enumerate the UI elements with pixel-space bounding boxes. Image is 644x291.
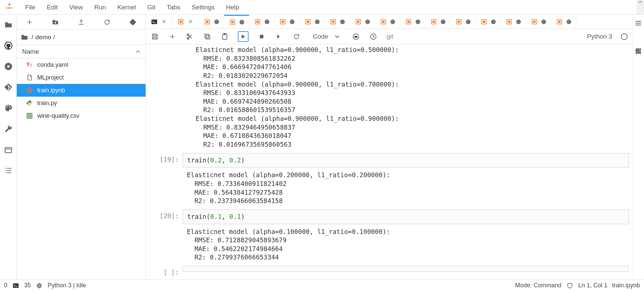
menu-help[interactable]: Help — [220, 2, 245, 13]
status-bar: 0 35 Python 3 | Idle Mode: Command Ln 1,… — [0, 280, 644, 291]
schedule-icon[interactable] — [369, 32, 378, 41]
save-button[interactable] — [151, 32, 159, 41]
tab[interactable] — [249, 15, 274, 29]
tab[interactable] — [526, 15, 551, 29]
insert-cell-button[interactable] — [168, 32, 177, 41]
tab[interactable] — [274, 15, 300, 29]
restart-kernel-button[interactable] — [275, 32, 283, 41]
notebook-icon — [556, 18, 563, 26]
tab[interactable] — [551, 15, 576, 29]
svg-point-0 — [8, 3, 10, 5]
cell-input[interactable] — [183, 266, 629, 272]
git-label[interactable]: git — [386, 33, 393, 40]
tab[interactable] — [425, 15, 450, 29]
github-icon[interactable] — [4, 41, 13, 50]
svg-rect-4 — [5, 148, 12, 153]
tab[interactable] — [224, 15, 249, 29]
kernel-status-icon[interactable] — [621, 33, 628, 40]
git-icon[interactable] — [4, 83, 13, 92]
menu-kernel[interactable]: Kernel — [112, 2, 142, 13]
kernel-name[interactable]: Python 3 — [587, 33, 612, 40]
terminal-icon[interactable] — [12, 282, 19, 289]
cell-input[interactable]: train(0.1, 0.1) — [183, 209, 629, 224]
cell-input[interactable]: train(0.2, 0.2) — [183, 153, 629, 168]
main-content: Code git Python 3 Elasticnet model (alph… — [146, 15, 633, 280]
unsaved-dot-icon — [516, 19, 521, 24]
new-folder-button[interactable] — [50, 16, 61, 28]
tab[interactable] — [375, 15, 400, 29]
notebook-icon — [455, 18, 463, 26]
tab[interactable] — [146, 15, 172, 29]
close-icon[interactable] — [161, 19, 167, 25]
tab[interactable] — [300, 15, 325, 29]
notebook-body[interactable]: Elasticnet model (alpha=0.900000, l1_rat… — [146, 44, 632, 280]
cell-prompt: [ ]: — [149, 266, 183, 276]
svg-rect-51 — [38, 284, 41, 287]
status-line[interactable]: Ln 1, Col 1 — [578, 282, 607, 289]
breadcrumb-item[interactable]: demo — [35, 34, 51, 41]
tab[interactable] — [476, 15, 501, 29]
menu-icon[interactable] — [634, 19, 643, 28]
tab[interactable] — [350, 15, 375, 29]
upload-button[interactable] — [75, 16, 87, 28]
cell-type-select[interactable]: Code — [310, 32, 343, 41]
cell-output: Elasticnet model (alpha=0.100000, l1_rat… — [183, 226, 629, 263]
close-icon[interactable] — [188, 19, 194, 25]
wrench-icon[interactable] — [4, 124, 13, 134]
menu-git[interactable]: Git — [142, 2, 161, 13]
menu-run[interactable]: Run — [89, 2, 112, 13]
notebook-icon — [329, 18, 337, 26]
status-kernel[interactable]: Python 3 | Idle — [48, 282, 86, 289]
tabs-icon[interactable] — [4, 145, 13, 154]
file-name: MLproject — [37, 74, 64, 81]
shield-icon[interactable] — [566, 282, 574, 289]
menu-settings[interactable]: Settings — [186, 2, 220, 13]
menu-edit[interactable]: Edit — [41, 2, 64, 13]
breadcrumb[interactable]: / demo / — [17, 30, 146, 45]
notebook-icon — [355, 18, 362, 26]
status-sessions[interactable]: 0 — [4, 282, 7, 289]
file-row[interactable]: Y:conda.yaml — [17, 58, 146, 71]
svg-rect-16 — [257, 20, 259, 23]
file-row[interactable]: MLproject — [17, 71, 146, 84]
unsaved-dot-icon — [265, 19, 269, 24]
notebook-icon — [279, 18, 286, 26]
folder-icon[interactable] — [4, 20, 13, 30]
status-file[interactable]: train.ipynb — [612, 282, 640, 289]
status-mode[interactable]: Mode: Command — [515, 282, 561, 289]
mlflow-icon[interactable] — [352, 32, 360, 41]
stop-button[interactable] — [257, 32, 266, 41]
tab[interactable] — [199, 15, 224, 29]
menubar-scrollbar[interactable] — [637, 0, 644, 14]
file-row[interactable]: wine-quality.csv — [17, 109, 146, 122]
run-button[interactable] — [238, 31, 249, 42]
svg-rect-34 — [483, 20, 485, 23]
menu-view[interactable]: View — [63, 2, 89, 13]
tab[interactable] — [172, 15, 199, 29]
git-pull-button[interactable] — [127, 16, 139, 28]
new-launcher-button[interactable] — [24, 16, 35, 28]
copy-button[interactable] — [203, 32, 212, 41]
notebook-icon — [204, 18, 211, 26]
cpu-icon[interactable] — [36, 282, 43, 289]
tab[interactable] — [400, 15, 425, 29]
tab[interactable] — [325, 15, 350, 29]
tab[interactable] — [501, 15, 526, 29]
file-browser-header[interactable]: Name — [17, 45, 146, 58]
menu-file[interactable]: File — [19, 2, 41, 13]
cut-button[interactable] — [185, 32, 194, 41]
tab[interactable] — [450, 15, 476, 29]
status-terminals[interactable]: 35 — [24, 282, 31, 289]
svg-rect-26 — [382, 20, 385, 23]
file-row[interactable]: train.ipynb — [17, 84, 146, 97]
file-row[interactable]: train.py — [17, 97, 146, 109]
toc-icon[interactable] — [4, 166, 13, 175]
notebook-icon — [229, 18, 236, 26]
palette-icon[interactable] — [4, 103, 13, 113]
restart-run-button[interactable] — [292, 32, 301, 41]
refresh-button[interactable] — [101, 16, 113, 28]
running-icon[interactable] — [4, 62, 13, 71]
menu-tabs[interactable]: Tabs — [161, 2, 186, 13]
tab-bar — [146, 15, 632, 29]
paste-button[interactable] — [220, 32, 229, 41]
